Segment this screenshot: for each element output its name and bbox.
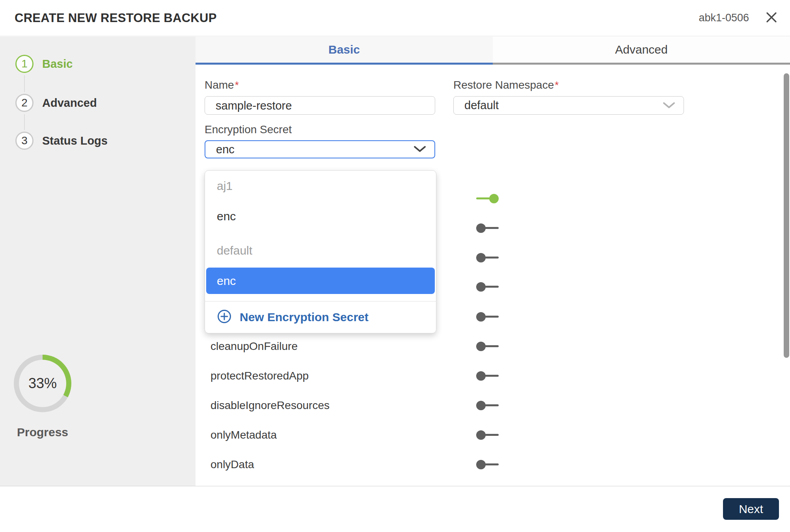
- progress-ring: 33%: [14, 355, 71, 412]
- step-status-logs-label: Status Logs: [42, 134, 108, 147]
- dialog-header: CREATE NEW RESTORE BACKUP abk1-0506: [0, 0, 790, 36]
- toggle-switch[interactable]: [476, 282, 499, 292]
- next-button[interactable]: Next: [723, 498, 779, 520]
- toggle-row-disableIgnoreResources: disableIgnoreResources: [196, 400, 790, 411]
- toggle-switch[interactable]: [476, 459, 499, 470]
- dropdown-option-enc-selected[interactable]: enc: [206, 268, 435, 294]
- dropdown-group-default: default: [217, 244, 252, 257]
- main-panel: Basic Advanced Name* Restore Namespace* …: [196, 37, 790, 486]
- toggle-label: onlyData: [211, 459, 254, 471]
- form-content: Name* Restore Namespace* default Encrypt…: [196, 65, 790, 486]
- toggle-switch[interactable]: [476, 430, 499, 440]
- new-encryption-secret-label: New Encryption Secret: [240, 311, 369, 324]
- chevron-down-icon: [413, 143, 427, 156]
- stepper-sidebar: 1 Basic 2 Advanced 3 Status Logs 33% Pro…: [0, 37, 196, 486]
- step-connector: [24, 75, 25, 92]
- chevron-down-icon: [662, 99, 676, 112]
- encryption-secret-select[interactable]: enc: [205, 140, 435, 158]
- restore-namespace-select[interactable]: default: [453, 96, 684, 115]
- encryption-secret-value: enc: [216, 143, 235, 156]
- dropdown-group-aj1: aj1: [217, 179, 233, 193]
- toggle-row-onlyData: onlyData: [196, 459, 790, 471]
- required-asterisk: *: [235, 79, 239, 91]
- step-advanced[interactable]: 2 Advanced: [15, 94, 97, 112]
- toggle-switch[interactable]: [476, 371, 499, 381]
- close-button[interactable]: [765, 11, 778, 25]
- dialog-body: 1 Basic 2 Advanced 3 Status Logs 33% Pro…: [0, 37, 790, 486]
- toggle-switch[interactable]: [476, 341, 499, 352]
- create-restore-backup-dialog: CREATE NEW RESTORE BACKUP abk1-0506 1 Ba…: [0, 0, 790, 532]
- toggle-label: protectRestoredApp: [211, 370, 309, 382]
- toggle-label: cleanupOnFailure: [211, 340, 298, 352]
- toggle-switch[interactable]: [476, 312, 499, 322]
- step-advanced-label: Advanced: [42, 97, 97, 110]
- toggle-row-cleanupOnFailure: cleanupOnFailure: [196, 340, 790, 352]
- step-basic[interactable]: 1 Basic: [15, 55, 73, 73]
- step-advanced-number: 2: [15, 94, 34, 112]
- progress-label: Progress: [14, 426, 71, 439]
- tab-advanced[interactable]: Advanced: [493, 37, 790, 65]
- step-status-logs-number: 3: [15, 132, 34, 150]
- restore-namespace-value: default: [464, 99, 499, 112]
- step-basic-number: 1: [15, 55, 34, 73]
- step-basic-label: Basic: [42, 58, 73, 71]
- toggle-switch[interactable]: [476, 223, 499, 233]
- step-status-logs[interactable]: 3 Status Logs: [15, 132, 108, 150]
- restore-namespace-label: Restore Namespace*: [453, 79, 559, 91]
- encryption-secret-dropdown: aj1 enc default enc New Encryption Secre…: [205, 170, 436, 333]
- page-title: CREATE NEW RESTORE BACKUP: [15, 11, 217, 25]
- step-connector: [24, 114, 25, 130]
- plus-circle-icon: [217, 309, 232, 326]
- close-icon: [766, 11, 777, 24]
- toggle-switch[interactable]: [476, 400, 499, 411]
- dialog-id-badge: abk1-0506: [699, 12, 749, 24]
- toggle-row-onlyMetadata: onlyMetadata: [196, 429, 790, 441]
- dialog-footer: Next: [0, 486, 790, 532]
- required-asterisk: *: [555, 79, 559, 91]
- name-label: Name*: [205, 79, 239, 91]
- toggle-label: disableIgnoreResources: [211, 400, 330, 411]
- dropdown-option-enc[interactable]: enc: [217, 210, 236, 223]
- toggle-row-protectRestoredApp: protectRestoredApp: [196, 370, 790, 382]
- tab-basic[interactable]: Basic: [196, 37, 493, 65]
- header-right: abk1-0506: [699, 11, 778, 25]
- new-encryption-secret-button[interactable]: New Encryption Secret: [205, 301, 436, 333]
- progress-percent: 33%: [19, 360, 66, 407]
- toggle-label: onlyMetadata: [211, 429, 277, 441]
- toggle-switch[interactable]: [476, 193, 499, 204]
- name-input[interactable]: [205, 96, 435, 115]
- encryption-secret-label: Encryption Secret: [205, 124, 292, 136]
- progress-indicator: 33% Progress: [14, 355, 71, 439]
- vertical-scrollbar-thumb[interactable]: [784, 73, 789, 358]
- toggle-switch[interactable]: [476, 253, 499, 263]
- tab-bar: Basic Advanced: [196, 37, 790, 65]
